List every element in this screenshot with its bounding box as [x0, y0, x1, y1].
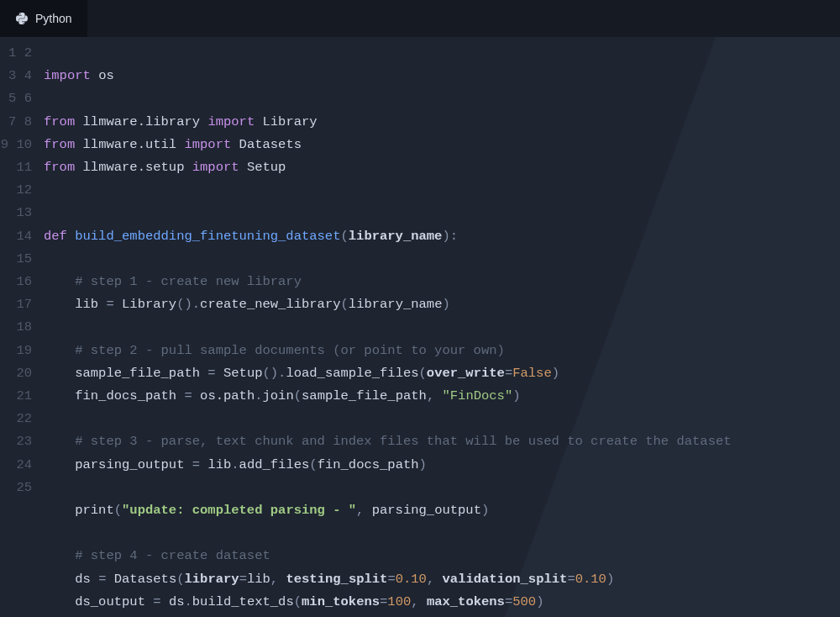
- code-line: lib = Library().create_new_library(libra…: [44, 297, 450, 312]
- code-line: [44, 525, 51, 541]
- code-line: # step 2 - pull sample documents (or poi…: [44, 343, 505, 358]
- code-line: from llmware.util import Datasets: [44, 137, 302, 152]
- code-line: [44, 91, 51, 106]
- code-editor[interactable]: 1 2 3 4 5 6 7 8 9 10 11 12 13 14 15 16 1…: [0, 37, 840, 617]
- code-line: [44, 205, 51, 220]
- code-line: ds_output = ds.build_text_ds(min_tokens=…: [44, 594, 543, 609]
- code-line: from llmware.setup import Setup: [44, 160, 286, 175]
- code-line: [44, 480, 51, 495]
- code-line: print("update: completed parsing - ", pa…: [44, 503, 489, 518]
- tab-python[interactable]: Python: [0, 0, 87, 37]
- code-line: # step 4 - create dataset: [44, 548, 270, 563]
- code-line: ds = Datasets(library=lib, testing_split…: [44, 572, 614, 587]
- code-line: sample_file_path = Setup().load_sample_f…: [44, 366, 559, 381]
- code-line: parsing_output = lib.add_files(fin_docs_…: [44, 457, 427, 472]
- code-line: def build_embedding_finetuning_dataset(l…: [44, 229, 458, 244]
- code-content: import os from llmware.library import Li…: [44, 42, 732, 617]
- line-number-gutter: 1 2 3 4 5 6 7 8 9 10 11 12 13 14 15 16 1…: [0, 42, 37, 499]
- python-icon: [15, 12, 29, 25]
- code-line: # step 3 - parse, text chunk and index f…: [44, 434, 732, 449]
- tab-bar: Python: [0, 0, 840, 37]
- tab-label: Python: [35, 12, 72, 25]
- code-line: import os: [44, 68, 114, 83]
- code-line: [44, 319, 51, 335]
- code-line: fin_docs_path = os.path.join(sample_file…: [44, 388, 521, 403]
- code-line: [44, 411, 51, 426]
- code-line: [44, 251, 51, 266]
- code-line: from llmware.library import Library: [44, 114, 318, 129]
- code-line: # step 1 - create new library: [44, 274, 302, 289]
- code-line: [44, 182, 51, 198]
